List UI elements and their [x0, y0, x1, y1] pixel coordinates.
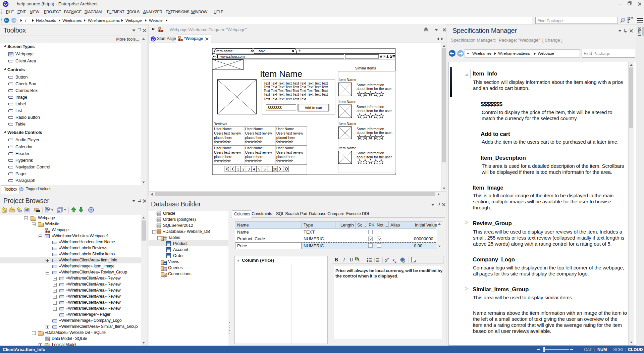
svg-text:?: ?	[90, 208, 92, 212]
svg-text:Users text review: Users text review	[214, 151, 241, 154]
svg-text:Users text review: Users text review	[276, 132, 303, 135]
svg-text:placed here: placed here	[214, 155, 232, 159]
svg-text:5: 5	[258, 167, 260, 171]
svg-text:Users text review: Users text review	[245, 132, 272, 135]
svg-text:Reviews: Reviews	[214, 122, 227, 126]
svg-text:placed here: placed here	[276, 136, 296, 140]
svg-text:Some information: Some information	[357, 127, 384, 131]
svg-text:placed here: placed here	[214, 136, 232, 140]
svg-text:Add to cart: Add to cart	[305, 106, 322, 110]
svg-text:20: 20	[273, 167, 277, 171]
svg-text:Users text review: Users text review	[214, 132, 241, 135]
svg-text:about item for the user.: about item for the user.	[357, 109, 392, 113]
svg-text:4: 4	[253, 167, 255, 171]
svg-text:Item Name: Item Name	[339, 100, 357, 104]
svg-text:Text Text Text Text Text Text: Text Text Text Text Text Text Text Text …	[264, 93, 328, 96]
svg-text:Item Name: Item Name	[339, 78, 357, 82]
svg-text:Some information: Some information	[357, 83, 384, 87]
svg-text:Users text review: Users text review	[245, 151, 272, 154]
svg-text:Text Text Text Text Text Text: Text Text Text Text Text Text Text Text …	[264, 85, 328, 89]
svg-text:User Name: User Name	[245, 146, 263, 150]
svg-text:placed here: placed here	[245, 155, 264, 159]
svg-text:Text Text Text Text Text Text: Text Text Text Text Text Text Text Text …	[264, 82, 328, 85]
svg-text:6: 6	[264, 167, 266, 171]
svg-text:Some information: Some information	[357, 105, 384, 109]
svg-text:User Name: User Name	[214, 127, 232, 131]
svg-text:about item for the user.: about item for the user.	[357, 131, 392, 135]
svg-text:Users text review: Users text review	[276, 151, 303, 154]
svg-text:User Name: User Name	[214, 146, 232, 150]
svg-text:3: 3	[248, 167, 250, 171]
svg-text:www.shop.com: www.shop.com	[220, 54, 245, 58]
svg-text:Some information: Some information	[357, 151, 384, 155]
svg-text:User Name: User Name	[276, 127, 294, 131]
svg-text:User Name: User Name	[276, 146, 294, 150]
svg-text:placed here: placed here	[245, 136, 264, 140]
svg-text:Item name: Item name	[216, 49, 233, 53]
svg-text:2: 2	[242, 167, 244, 171]
svg-text:about item for the user.: about item for the user.	[357, 87, 392, 91]
svg-text:Item Name: Item Name	[260, 69, 302, 79]
svg-text:Similar Items: Similar Items	[355, 66, 376, 70]
svg-text:placed here: placed here	[276, 155, 295, 159]
svg-text:Text Text Text Text Text Text: Text Text Text Text Text Text	[264, 97, 306, 101]
svg-text:$$$$$$$: $$$$$$$	[268, 106, 282, 110]
svg-text:...: ...	[268, 167, 271, 171]
svg-text:1: 1	[237, 167, 239, 171]
svg-text:3: 3	[374, 261, 375, 263]
svg-text:about item for the user.: about item for the user.	[357, 155, 392, 159]
svg-text:Text Text Text Text Text Text: Text Text Text Text Text Text Text Text …	[264, 89, 328, 93]
svg-text:Tab2: Tab2	[257, 49, 265, 53]
svg-text:Item Name: Item Name	[339, 146, 357, 150]
svg-text:Item Name: Item Name	[339, 121, 357, 125]
svg-text:User Name: User Name	[245, 127, 263, 131]
